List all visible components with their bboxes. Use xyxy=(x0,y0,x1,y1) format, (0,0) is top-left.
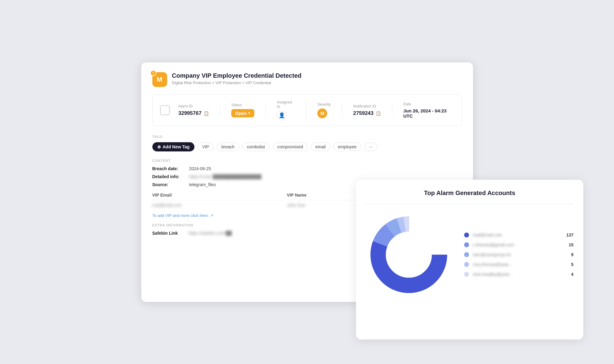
vip-email-header: VIP Email xyxy=(152,191,287,200)
chart-card: Top Alarm Generated Accounts xyxy=(356,180,583,339)
breach-date-key: Breach date: xyxy=(152,166,189,171)
legend-count-3: 9 xyxy=(564,252,573,257)
legend-count-4: 5 xyxy=(564,262,573,267)
donut-svg xyxy=(366,212,452,298)
chart-title: Top Alarm Generated Accounts xyxy=(366,190,573,197)
content-section-label: CONTENT xyxy=(152,159,462,162)
safebin-val: https://safebin.com/██ xyxy=(189,231,232,236)
legend-count-5: 4 xyxy=(564,272,573,277)
header-text: Company VIP Employee Credential Detected… xyxy=(172,72,302,85)
severity-avatar: M xyxy=(317,108,327,118)
chart-body: mail@mail.com 137 c.thomas@gmail.com 15 … xyxy=(366,212,573,298)
legend-email-2: c.thomas@gmail.com xyxy=(473,242,561,247)
checkbox-wrap[interactable] xyxy=(160,105,172,115)
external-link-icon: ↗ xyxy=(210,213,213,218)
legend-item-3: sam@usergroup.inc 9 xyxy=(464,252,573,257)
legend-dot-4 xyxy=(464,262,469,267)
tag-email[interactable]: email xyxy=(311,143,330,151)
vip-email-cell: mail@mail.com xyxy=(152,200,287,209)
status-badge[interactable]: Open ▾ xyxy=(231,109,254,117)
breach-date-row: Breach date: 2024-06-25 xyxy=(152,166,462,171)
date-label: Date xyxy=(403,102,454,106)
legend-list: mail@mail.com 137 c.thomas@gmail.com 15 … xyxy=(464,233,573,277)
alarm-id-copy-icon[interactable]: 📋 xyxy=(204,111,209,116)
notification-id-label: Notification ID xyxy=(353,104,381,108)
tag-compromised[interactable]: compromised xyxy=(273,143,308,151)
assign-user-icon[interactable]: 👤 xyxy=(277,111,287,120)
notification-id-value: 2759243 📋 xyxy=(353,110,381,116)
legend-dot-5 xyxy=(464,272,469,277)
severity-value: M xyxy=(317,108,330,118)
breach-date-val: 2024-06-25 xyxy=(189,166,211,171)
tag-more[interactable]: ··· xyxy=(364,143,377,151)
badge-count: 7 xyxy=(150,70,156,76)
donut-hole xyxy=(386,232,432,277)
alarm-id-item: Alarm ID 32995767 📋 xyxy=(178,104,221,116)
legend-email-3: sam@usergroup.inc xyxy=(473,252,561,257)
alarm-id-value: 32995767 📋 xyxy=(178,110,209,116)
legend-item-4: cory.thomas@year... 5 xyxy=(464,262,573,267)
tag-vip[interactable]: VIP xyxy=(197,143,214,151)
avatar-letter: M xyxy=(157,76,162,84)
legend-item-5: rene.bradley@year... 4 xyxy=(464,272,573,277)
source-val: telegram_files xyxy=(189,182,216,187)
info-bar: Alarm ID 32995767 📋 Status Open ▾ Assign… xyxy=(152,94,462,126)
alarm-checkbox[interactable] xyxy=(160,105,170,115)
chevron-down-icon: ▾ xyxy=(248,111,250,115)
tags-section: TAGS ⊕ Add New Tag VIP breach combolist … xyxy=(152,135,462,151)
severity-item: Severity M xyxy=(317,102,342,118)
legend-dot-2 xyxy=(464,242,469,247)
notification-id-item: Notification ID 2759243 📋 xyxy=(353,104,392,116)
page-wrapper: 7 M Company VIP Employee Credential Dete… xyxy=(0,0,614,364)
assigned-label: Assigned to xyxy=(277,100,295,109)
legend-count-1: 137 xyxy=(564,233,573,237)
assigned-value: 👤 xyxy=(277,111,295,120)
legend-dot-3 xyxy=(464,252,469,257)
detailed-info-key: Detailed info: xyxy=(152,174,189,179)
add-tag-button[interactable]: ⊕ Add New Tag xyxy=(152,142,195,151)
source-key: Source: xyxy=(152,182,189,187)
legend-item-2: c.thomas@gmail.com 15 xyxy=(464,242,573,247)
tag-breach[interactable]: breach xyxy=(217,143,239,151)
date-value: Jun 26, 2024 - 04:23 UTC xyxy=(403,108,454,119)
status-value: Open ▾ xyxy=(231,109,254,117)
header-row: 7 M Company VIP Employee Credential Dete… xyxy=(152,72,462,87)
tags-section-label: TAGS xyxy=(152,135,462,139)
avatar-badge: 7 M xyxy=(152,72,167,87)
legend-email-1: mail@mail.com xyxy=(473,233,561,237)
status-item: Status Open ▾ xyxy=(231,103,266,117)
assigned-item: Assigned to 👤 xyxy=(277,100,306,120)
legend-email-5: rene.bradley@year... xyxy=(473,272,561,277)
alarm-id-label: Alarm ID xyxy=(178,104,209,108)
plus-icon: ⊕ xyxy=(157,144,161,149)
legend-dot-1 xyxy=(464,233,469,237)
breadcrumb: Digital Risk Protection > VIP Protection… xyxy=(172,80,302,85)
tags-row: ⊕ Add New Tag VIP breach combolist compr… xyxy=(152,142,462,151)
legend-item-1: mail@mail.com 137 xyxy=(464,233,573,237)
chart-divider xyxy=(366,204,573,204)
legend-count-2: 15 xyxy=(564,242,573,247)
date-item: Date Jun 26, 2024 - 04:23 UTC xyxy=(403,102,454,119)
page-title: Company VIP Employee Credential Detected xyxy=(172,72,302,79)
donut-chart xyxy=(366,212,452,298)
tag-employee[interactable]: employee xyxy=(333,143,361,151)
safebin-key: Safebin Link xyxy=(152,231,186,236)
status-label: Status xyxy=(231,103,254,107)
tag-combolist[interactable]: combolist xyxy=(242,143,270,151)
legend-email-4: cory.thomas@year... xyxy=(473,262,561,267)
notification-id-copy-icon[interactable]: 📋 xyxy=(376,111,381,116)
detailed-info-row: Detailed info: https://t.me/ ███████████… xyxy=(152,174,462,179)
detailed-info-val: https://t.me/ ████████████████ xyxy=(189,174,262,179)
severity-label: Severity xyxy=(317,102,330,107)
